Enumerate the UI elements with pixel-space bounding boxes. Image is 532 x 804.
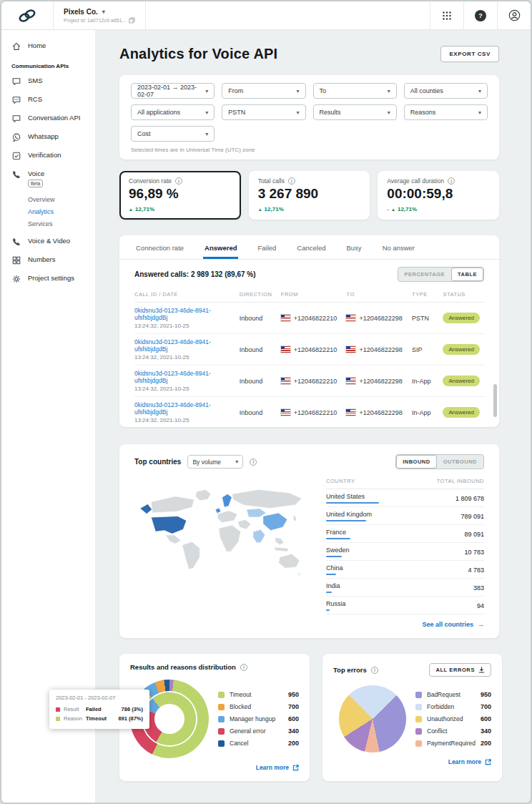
sidebar-item-overview[interactable]: Overview [28,193,95,205]
info-icon[interactable]: i [288,177,295,185]
sidebar-item-rcs[interactable]: RCS [1,91,95,109]
learn-more-link[interactable]: Learn more [130,764,299,771]
tab-busy[interactable]: Busy [345,235,363,259]
export-csv-button[interactable]: EXPORT CSV [440,46,499,62]
account-icon [508,9,521,21]
sidebar-item-numbers[interactable]: Numbers [1,251,95,270]
filter-to[interactable]: To▾ [313,83,397,99]
org-selector[interactable]: Pixels Co. ▾ Project id: 1a0712c9 a651..… [54,8,145,24]
sidebar-item-project-settings[interactable]: Project settings [1,270,95,288]
table-row: 0kidsnu3d-0123-46de-8941-ufsfsbjdgdBj13:… [134,366,484,397]
call-id-link[interactable]: 0kidsnu3d-0123-46de-8941-ufsfsbjdgdBj [134,401,235,416]
filter-cost[interactable]: Cost▾ [131,126,215,142]
tab-failed[interactable]: Failed [256,235,277,259]
tab-canceled[interactable]: Canceled [295,235,327,259]
tab-no-answer[interactable]: No answer [381,235,416,259]
filter-from[interactable]: From▾ [222,83,305,99]
tab-connection-rate[interactable]: Connection rate [134,235,185,259]
sort-by-select[interactable]: By volume▾ [187,455,243,469]
inbound-toggle-button[interactable]: INBOUND [396,455,437,469]
volume-bar [326,574,336,575]
sidebar-item-sms[interactable]: SMS [1,72,95,91]
copy-icon[interactable] [129,17,135,24]
filter-call-type[interactable]: PSTN▾ [222,104,305,120]
call-date: 13:24:32, 2021-10-25 [134,354,235,361]
info-icon[interactable]: i [240,664,247,671]
sidebar-item-home[interactable]: Home [1,37,95,56]
info-icon[interactable]: i [371,667,378,674]
sidebar-section-label: Communication APIs [1,56,95,72]
sidebar-item-voice-video[interactable]: Voice & Video [1,232,95,251]
tab-answered[interactable]: Answered [203,235,238,259]
kpi-trend: ▲12,71% [258,206,361,212]
filter-countries[interactable]: All counties▾ [404,83,488,99]
account-button[interactable] [498,1,531,29]
outbound-toggle-button[interactable]: OUTBOUND [437,455,483,469]
learn-more-link[interactable]: Learn more [333,758,491,765]
sidebar-item-conversation-api[interactable]: Conversation API [1,109,95,128]
call-direction: Inbound [240,303,281,334]
call-id-link[interactable]: 0kidsnu3d-0123-46de-8941-ufsfsbjdgdBj [134,370,235,384]
help-button[interactable]: ? [464,1,497,29]
info-icon[interactable]: i [448,177,455,185]
call-to: +12046822298 [359,409,402,416]
see-all-countries-link[interactable]: See all countries → [326,621,484,628]
trend-up-icon: ▲ [391,207,395,212]
apps-menu-button[interactable] [430,1,463,29]
status-badge: Answered [443,407,480,418]
app-window: Pixels Co. ▾ Project id: 1a0712c9 a651..… [0,0,532,804]
column-header: TYPE [412,286,443,303]
sidebar-item-analytics[interactable]: Analytics [28,205,95,217]
filter-results[interactable]: Results▾ [313,104,397,120]
info-icon[interactable]: i [250,459,257,466]
kpi-card-avg-call-duration[interactable]: Average call durationi 00:00:59,8 -▲12,7… [378,171,499,220]
column-header: TOTAL INBOUND [437,478,484,484]
us-flag-icon [281,315,290,321]
call-from: +12046822210 [294,346,337,353]
sidebar-item-services[interactable]: Services [28,217,95,230]
legend-item: Cancel200 [218,737,299,750]
world-map[interactable] [134,478,312,594]
call-type: In-App [412,366,443,397]
brand-logo[interactable] [1,1,53,29]
call-id-link[interactable]: 0kidsnu3d-0123-46de-8941-ufsfsbjdgdBj [134,338,235,353]
sidebar-item-verification[interactable]: Verification [1,147,95,165]
numbers-icon [11,255,21,265]
column-header: TO [346,286,412,303]
call-to: +12046822298 [359,315,402,322]
external-link-icon [292,765,299,771]
help-icon: ? [475,10,486,21]
filter-applications[interactable]: All applications▾ [131,104,215,120]
all-errors-button[interactable]: ALL ERRORS [429,663,491,677]
conversation-icon [11,114,21,124]
call-direction: Inbound [240,397,281,428]
home-icon [11,41,21,52]
legend-item: Blocked700 [218,701,299,713]
top-countries-title: Top countries [134,458,181,466]
filter-date-range[interactable]: 2023-02-01 → 2023-02-07▾ [131,83,215,99]
chevron-down-icon: ▾ [205,131,208,137]
sidebar-item-whatsapp[interactable]: Whatsapp [1,128,95,147]
kpi-card-total-calls[interactable]: Total callsi 3 267 890 ▲12,71% [249,171,370,220]
us-flag-icon [346,315,355,321]
table-row: United Kingdom 789 091 [326,507,484,525]
status-badge: Answered [443,313,480,323]
kpi-card-conversion-rate[interactable]: Conversion ratei 96,89 % ▲12,71% [119,171,241,220]
calls-tabs: Connection rate Answered Failed Canceled… [119,235,499,260]
info-icon[interactable]: i [175,177,182,185]
us-flag-icon [281,346,290,353]
top-errors-title: Top errors [333,666,367,674]
legend-swatch [415,704,422,710]
percentage-toggle-button[interactable]: PERCENTAGE [398,268,452,281]
results-reasons-panel: Results and reasons distribution i Timeo… [119,654,310,781]
legend-swatch [218,704,225,710]
legend-item: Manager hungup600 [218,713,299,725]
filter-reasons[interactable]: Reasons▾ [404,104,488,120]
call-id-link[interactable]: 0kidsnu3d-0123-46de-8941-ufsfsbjdgdBj [134,307,235,321]
top-errors-panel: Top errors i ALL ERRORS BadRequest950 Fo… [322,654,502,781]
sidebar-item-voice[interactable]: Voice Beta [1,165,95,192]
scrollbar-thumb[interactable] [493,384,497,417]
errors-pie-chart[interactable] [339,685,406,752]
table-toggle-button[interactable]: TABLE [451,268,483,281]
trend-minus-icon: - [387,206,389,212]
